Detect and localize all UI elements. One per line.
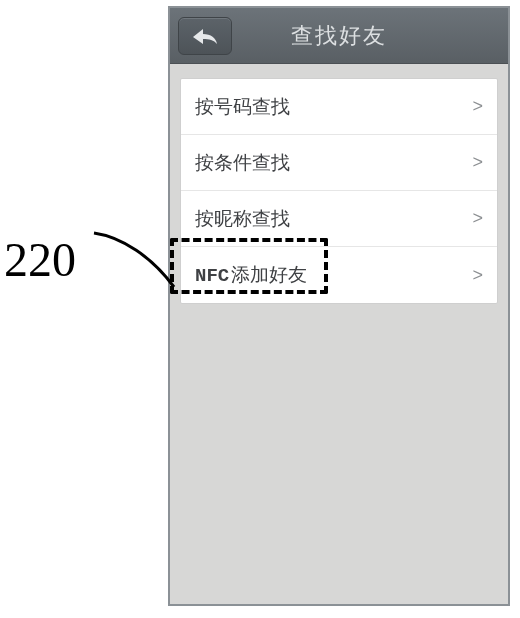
row-label: 按号码查找 [195, 94, 290, 120]
search-options-list: 按号码查找 > 按条件查找 > 按昵称查找 > NFC添加好友 > [180, 78, 498, 304]
annotation-leader-line [92, 227, 178, 297]
nfc-add-friend-row[interactable]: NFC添加好友 > [181, 247, 497, 303]
phone-screen: 查找好友 按号码查找 > 按条件查找 > 按昵称查找 > NFC添加好友 > [170, 8, 508, 604]
row-label: NFC添加好友 [195, 262, 307, 288]
search-by-number-row[interactable]: 按号码查找 > [181, 79, 497, 135]
nfc-label-text: 添加好友 [231, 264, 307, 285]
search-by-condition-row[interactable]: 按条件查找 > [181, 135, 497, 191]
search-by-nickname-row[interactable]: 按昵称查找 > [181, 191, 497, 247]
back-button[interactable] [178, 17, 232, 55]
phone-frame: 查找好友 按号码查找 > 按条件查找 > 按昵称查找 > NFC添加好友 > [168, 6, 510, 606]
nfc-prefix: NFC [195, 265, 229, 287]
chevron-right-icon: > [472, 96, 483, 117]
chevron-right-icon: > [472, 208, 483, 229]
row-label: 按条件查找 [195, 150, 290, 176]
annotation-label: 220 [4, 232, 76, 287]
back-arrow-icon [191, 27, 219, 45]
row-label: 按昵称查找 [195, 206, 290, 232]
chevron-right-icon: > [472, 152, 483, 173]
chevron-right-icon: > [472, 265, 483, 286]
title-bar: 查找好友 [170, 8, 508, 64]
